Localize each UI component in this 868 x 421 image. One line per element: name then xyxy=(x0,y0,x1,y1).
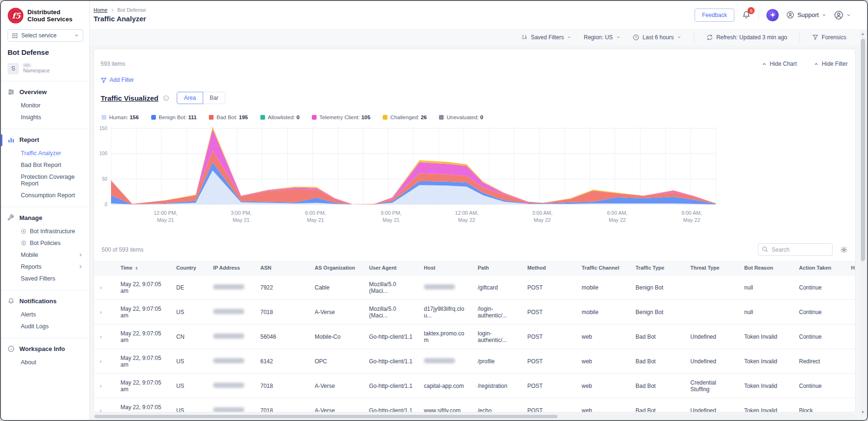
row-expand-chevron-icon[interactable]: › xyxy=(100,358,102,365)
legend-item-allowlisted[interactable]: Allowlisted: 0 xyxy=(260,114,300,120)
sidebar-header-overview[interactable]: Overview xyxy=(1,88,89,99)
table-row[interactable]: ›May 22, 9:07:05 amUS7018A-VerseGo-http-… xyxy=(94,398,856,413)
sidebar-header-workspace-info[interactable]: Workspace Info xyxy=(1,344,89,356)
top-header: Home Bot Defense Traffic Analyzer Feedba… xyxy=(90,1,867,29)
namespace-selector[interactable]: S Namespace xyxy=(1,62,89,81)
row-expand-chevron-icon[interactable]: › xyxy=(100,407,102,412)
svg-text:6:00 PM,May 21: 6:00 PM,May 21 xyxy=(305,210,326,223)
sidebar-section-notifications: NotificationsAlertsAudit Logs xyxy=(1,290,89,338)
traffic-panel: 593 items Hide Chart Hide Filter xyxy=(94,49,856,412)
notifications-bell-button[interactable]: 5 xyxy=(742,10,751,19)
cell-asn: 7018 xyxy=(255,374,309,398)
cell-ip xyxy=(207,275,255,300)
table-row[interactable]: ›May 22, 9:07:05 amUS7018A-VerseMozilla/… xyxy=(94,300,856,325)
sidebar-header-notifications[interactable]: Notifications xyxy=(1,297,89,308)
sidebar-item-traffic-analyzer[interactable]: Traffic Analyzer xyxy=(1,147,89,159)
account-menu[interactable] xyxy=(834,10,851,20)
table-row[interactable]: ›May 22, 9:07:05 amUS7018A-VerseGo-http-… xyxy=(94,374,856,398)
row-expand-chevron-icon[interactable]: › xyxy=(100,333,102,340)
select-service-dropdown[interactable]: Select service xyxy=(8,29,83,42)
svg-text:3:00 AM,May 22: 3:00 AM,May 22 xyxy=(532,210,552,223)
cell-country: US xyxy=(171,374,207,398)
cell-threat_type: Credential Stuffing xyxy=(685,374,739,398)
search-input[interactable] xyxy=(758,243,833,256)
sidebar-item-bad-bot-report[interactable]: Bad Bot Report xyxy=(1,159,89,171)
chevron-down-icon xyxy=(616,35,620,39)
cell-value: login-authentic/... xyxy=(478,330,507,343)
region-dropdown[interactable]: Region: US xyxy=(584,34,620,41)
legend-item-bad-bot[interactable]: Bad Bot: 195 xyxy=(209,114,248,120)
cell-value: Token Invalid xyxy=(744,407,777,413)
row-expand-chevron-icon[interactable]: › xyxy=(100,382,102,389)
chevron-down-icon xyxy=(567,35,571,39)
legend-item-challenged[interactable]: Challenged: 26 xyxy=(383,114,427,120)
feedback-button[interactable]: Feedback xyxy=(695,9,735,22)
breadcrumb-home-link[interactable]: Home xyxy=(94,7,107,13)
traffic-chart: 05010015012:00 PM,May 213:00 PM,May 216:… xyxy=(94,125,855,241)
sidebar-item-alerts[interactable]: Alerts xyxy=(1,308,89,320)
sidebar-item-insights[interactable]: Insights xyxy=(1,111,89,123)
cell-expander: › xyxy=(94,275,115,300)
view-area-button[interactable]: Area xyxy=(177,92,203,104)
refresh-button[interactable]: Refresh: Updated 3 min ago xyxy=(706,34,787,41)
sidebar-item-monitor[interactable]: Monitor xyxy=(1,99,89,111)
row-expand-chevron-icon[interactable]: › xyxy=(100,308,102,316)
column-header-label: Path xyxy=(478,265,489,271)
vertical-scrollbar[interactable]: ▲ ▼ xyxy=(860,30,866,416)
sidebar-item-about[interactable]: About xyxy=(1,356,89,368)
scroll-down-arrow[interactable]: ▼ xyxy=(860,409,866,416)
chevron-up-icon xyxy=(814,61,819,67)
sidebar-item-mobile[interactable]: Mobile xyxy=(1,249,89,261)
sort-icon[interactable]: ▲▼ xyxy=(135,266,138,270)
chart-title[interactable]: Traffic Visualized xyxy=(101,94,158,102)
sidebar-item-protection-coverage-report[interactable]: Protection Coverage Report xyxy=(1,171,89,189)
cell-bot_reason: Token Invalid xyxy=(739,398,793,413)
legend-item-human[interactable]: Human: 156 xyxy=(102,114,139,120)
column-header-time[interactable]: Time▲▼ xyxy=(115,261,171,275)
sidebar-item-saved-filters[interactable]: Saved Filters xyxy=(1,272,89,284)
hide-chart-link[interactable]: Hide Chart xyxy=(762,61,797,67)
bell-icon xyxy=(8,298,15,305)
column-header-label: Bot Reason xyxy=(744,265,773,271)
row-expand-chevron-icon[interactable]: › xyxy=(100,284,102,291)
sidebar-header-manage[interactable]: Manage xyxy=(1,213,89,225)
cell-value: Token Invalid xyxy=(744,358,777,365)
legend-item-unevaluated[interactable]: Unevaluated: 0 xyxy=(439,114,483,120)
view-bar-button[interactable]: Bar xyxy=(203,92,226,104)
sidebar-item-label: Bad Bot Report xyxy=(21,162,61,168)
cell-host xyxy=(418,275,472,300)
sidebar-item-bot-infrastructure[interactable]: Bot Infrastructure xyxy=(1,225,89,237)
sidebar-item-audit-logs[interactable]: Audit Logs xyxy=(1,320,89,332)
redacted-value xyxy=(424,284,455,289)
header-divider xyxy=(758,10,759,20)
legend-swatch xyxy=(151,115,156,120)
cell-value: Bad Bot xyxy=(636,333,656,340)
support-menu[interactable]: Support xyxy=(786,11,826,19)
cell-value: /profile xyxy=(478,358,495,365)
forensics-button[interactable]: Forensics xyxy=(812,34,846,41)
hide-filter-link[interactable]: Hide Filter xyxy=(814,61,848,67)
horizontal-scrollbar-thumb[interactable] xyxy=(95,415,558,418)
cell-value: null xyxy=(744,284,753,291)
cell-value: Token Invalid xyxy=(744,333,777,340)
table-row[interactable]: ›May 22, 9:07:05 amUS6142OPCGo-http-clie… xyxy=(94,349,856,374)
saved-filters-dropdown[interactable]: Saved Filters xyxy=(521,34,571,41)
sidebar-item-reports[interactable]: Reports xyxy=(1,261,89,272)
legend-item-benign-bot[interactable]: Benign Bot: 111 xyxy=(151,114,197,120)
gear-icon[interactable] xyxy=(840,246,848,254)
time-range-dropdown[interactable]: Last 6 hours xyxy=(633,34,681,41)
legend-item-telemetry-client[interactable]: Telemetry Client: 105 xyxy=(312,114,370,120)
cell-h xyxy=(845,325,856,349)
vertical-scrollbar-thumb[interactable] xyxy=(861,39,865,261)
svg-text:12:00 PM,May 21: 12:00 PM,May 21 xyxy=(154,210,177,223)
column-header-label: User Agent xyxy=(369,265,396,271)
horizontal-scrollbar[interactable] xyxy=(94,414,856,419)
table-row[interactable]: ›May 22, 9:07:05 amCN56046Mobile-CoGo-ht… xyxy=(94,325,856,349)
ai-assistant-button[interactable] xyxy=(766,9,779,21)
sidebar-header-report[interactable]: Report xyxy=(1,135,89,147)
scroll-up-arrow[interactable]: ▲ xyxy=(860,31,866,37)
sidebar-item-bot-policies[interactable]: Bot Policies xyxy=(1,237,89,249)
add-filter-button[interactable]: Add Filter xyxy=(101,77,134,83)
sidebar-item-consumption-report[interactable]: Consumption Report xyxy=(1,189,89,201)
table-row[interactable]: ›May 22, 9:07:05 amDE7922CableMozilla/5.… xyxy=(94,275,856,300)
